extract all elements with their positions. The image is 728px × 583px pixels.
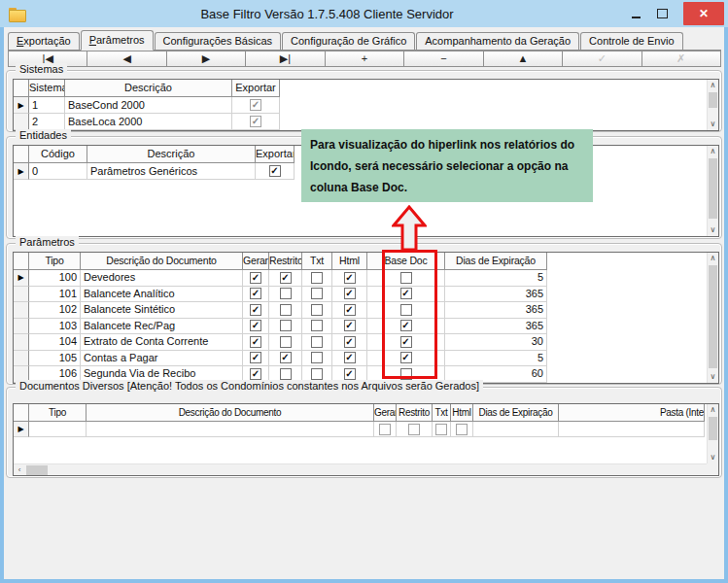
- tab-acompanhamento-da-geracao[interactable]: Acompanhamento da Geração: [416, 32, 579, 50]
- post-edit-button[interactable]: ✓: [563, 51, 641, 67]
- scroll-down-icon[interactable]: ∨: [708, 452, 718, 463]
- vertical-scrollbar[interactable]: ∧ ∨: [707, 253, 718, 383]
- column-header[interactable]: Txt: [433, 404, 451, 422]
- column-header[interactable]: Dias de Expiração: [445, 253, 547, 270]
- close-button[interactable]: ✕: [683, 2, 724, 25]
- checkbox[interactable]: [280, 304, 292, 316]
- prior-record-button[interactable]: ◀: [87, 51, 166, 67]
- checkbox[interactable]: [311, 304, 323, 316]
- checkbox[interactable]: ✓: [344, 336, 356, 348]
- tab-configuracao-de-grafico[interactable]: Configuração de Gráfico: [282, 32, 415, 50]
- column-header[interactable]: Sistema: [29, 80, 65, 97]
- minimize-button[interactable]: [623, 3, 649, 24]
- tab-exportacao[interactable]: Exportação: [8, 32, 80, 50]
- checkbox[interactable]: ✓: [344, 288, 356, 299]
- horizontal-scrollbar[interactable]: ‹ ›: [14, 463, 718, 475]
- column-header[interactable]: Html: [332, 253, 367, 270]
- table-row[interactable]: 104Extrato de Conta Corrente✓✓✓30: [14, 334, 718, 351]
- checkbox[interactable]: ✓: [280, 272, 292, 284]
- table-row[interactable]: ▶: [14, 422, 718, 437]
- tab-parametros[interactable]: Parâmetros: [81, 30, 154, 51]
- checkbox[interactable]: [280, 336, 292, 348]
- column-header[interactable]: Código: [29, 146, 87, 163]
- scroll-thumb[interactable]: [26, 465, 48, 475]
- delete-record-button[interactable]: −: [404, 51, 483, 67]
- checkbox[interactable]: ✓: [250, 352, 261, 363]
- last-record-button[interactable]: ▶|: [246, 51, 325, 67]
- checkbox[interactable]: ✓: [250, 368, 261, 380]
- scroll-up-icon[interactable]: ∧: [708, 146, 718, 157]
- maximize-button[interactable]: [649, 3, 676, 24]
- scroll-down-icon[interactable]: ∨: [708, 371, 718, 383]
- checkbox[interactable]: ✓: [344, 272, 356, 284]
- checkbox[interactable]: ✓: [250, 288, 261, 299]
- checkbox[interactable]: [456, 424, 468, 435]
- column-header[interactable]: Descrição do Documento: [87, 404, 374, 422]
- scroll-up-icon[interactable]: ∧: [708, 253, 718, 264]
- checkbox[interactable]: ✓: [250, 320, 261, 331]
- column-header[interactable]: Descrição: [87, 146, 256, 163]
- checkbox[interactable]: ✓: [344, 368, 356, 380]
- column-header[interactable]: Pasta (Inte: [559, 404, 705, 422]
- tab-controle-de-envio[interactable]: Controle de Envio: [580, 32, 682, 50]
- checkbox[interactable]: [311, 288, 323, 299]
- checkbox[interactable]: [311, 336, 323, 348]
- column-header[interactable]: Exportar: [232, 80, 280, 97]
- table-row[interactable]: ▶1BaseCond 2000✓: [14, 97, 718, 114]
- checkbox[interactable]: ✓: [250, 336, 261, 348]
- documentos-grid[interactable]: ∧ ∨ ‹ › TipoDescrição do DocumentoGerarR…: [13, 403, 719, 476]
- checkbox[interactable]: [311, 320, 323, 331]
- vertical-scrollbar[interactable]: ∧ ∨: [707, 80, 718, 130]
- checkbox[interactable]: [280, 320, 292, 331]
- table-row[interactable]: 103Balancete Rec/Pag✓✓✓365: [14, 319, 718, 335]
- column-header[interactable]: Tipo: [29, 253, 81, 270]
- table-row[interactable]: 105Contas a Pagar✓✓✓✓5: [14, 351, 718, 367]
- scroll-up-icon[interactable]: ∧: [708, 80, 718, 91]
- scroll-thumb[interactable]: [709, 417, 717, 440]
- scroll-up-icon[interactable]: ∧: [708, 404, 718, 416]
- column-header[interactable]: Gerar: [243, 253, 269, 270]
- checkbox[interactable]: ✓: [280, 352, 292, 363]
- table-row[interactable]: 2BaseLoca 2000✓: [14, 114, 718, 130]
- checkbox[interactable]: [311, 368, 323, 380]
- checkbox[interactable]: [379, 424, 391, 435]
- column-header[interactable]: Restrito: [269, 253, 302, 270]
- column-header[interactable]: Descrição do Documento: [81, 253, 243, 270]
- table-row[interactable]: ▶100Devedores✓✓✓5: [14, 270, 718, 287]
- table-row[interactable]: 102Balancete Sintético✓✓365: [14, 302, 718, 319]
- checkbox[interactable]: [311, 352, 323, 363]
- scroll-down-icon[interactable]: ∨: [708, 224, 718, 236]
- scroll-thumb[interactable]: [709, 92, 717, 108]
- column-header[interactable]: Restrito: [397, 404, 433, 422]
- checkbox[interactable]: [280, 368, 292, 380]
- insert-record-button[interactable]: +: [326, 51, 404, 67]
- cancel-edit-button[interactable]: ✗: [642, 51, 721, 67]
- column-header[interactable]: Tipo: [29, 404, 87, 422]
- checkbox[interactable]: ✓: [344, 320, 356, 331]
- column-header[interactable]: Dias de Expiração: [473, 404, 559, 422]
- column-header[interactable]: Html: [451, 404, 473, 422]
- checkbox[interactable]: ✓: [344, 352, 356, 363]
- column-header[interactable]: Exportar: [256, 146, 295, 163]
- checkbox[interactable]: [280, 288, 292, 299]
- checkbox[interactable]: [435, 424, 447, 435]
- tab-configuracoes-basicas[interactable]: Configurações Básicas: [155, 32, 282, 50]
- checkbox[interactable]: ✓: [250, 116, 261, 127]
- checkbox[interactable]: [408, 424, 420, 435]
- scroll-left-icon[interactable]: ‹: [14, 464, 25, 476]
- checkbox[interactable]: ✓: [250, 99, 261, 111]
- title-bar[interactable]: Base Filtro Versão 1.7.5.408 Cliente Ser…: [0, 0, 728, 27]
- checkbox[interactable]: ✓: [250, 304, 261, 316]
- parametros-grid[interactable]: ∧ ∨ TipoDescrição do DocumentoGerarRestr…: [13, 252, 719, 384]
- vertical-scrollbar[interactable]: ∧ ∨: [707, 404, 718, 463]
- edit-record-button[interactable]: ▲: [484, 51, 563, 67]
- checkbox[interactable]: ✓: [269, 165, 281, 177]
- table-row[interactable]: 101Balancete Analítico✓✓✓365: [14, 287, 718, 303]
- scroll-thumb[interactable]: [709, 265, 717, 368]
- column-header[interactable]: Descrição: [65, 80, 232, 97]
- checkbox[interactable]: [311, 272, 323, 284]
- column-header[interactable]: Txt: [302, 253, 332, 270]
- checkbox[interactable]: ✓: [250, 272, 261, 284]
- column-header[interactable]: Gerar: [374, 404, 397, 422]
- vertical-scrollbar[interactable]: ∧ ∨: [707, 146, 718, 236]
